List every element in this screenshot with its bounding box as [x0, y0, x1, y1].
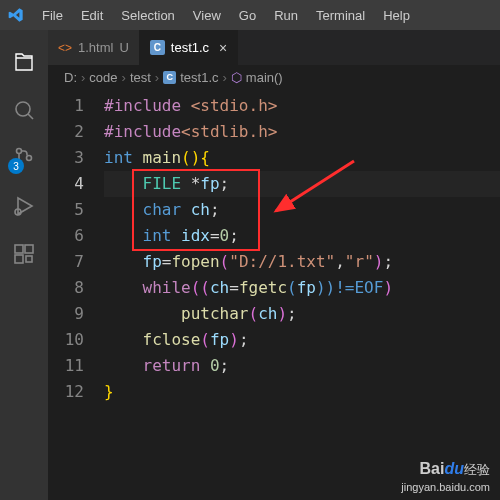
tab-label: test1.c — [171, 40, 209, 55]
svg-rect-5 — [15, 245, 23, 253]
code-editor[interactable]: 1 2 3 4 5 6 7 8 9 10 11 12 #include <std… — [48, 89, 500, 500]
activity-bar: 3 — [0, 30, 48, 500]
chevron-right-icon: › — [223, 70, 227, 85]
chevron-right-icon: › — [155, 70, 159, 85]
line-number: 5 — [48, 197, 84, 223]
menu-edit[interactable]: Edit — [73, 4, 111, 27]
html-file-icon: <> — [58, 41, 72, 55]
search-icon[interactable] — [0, 86, 48, 134]
code-line: #include<stdlib.h> — [104, 119, 500, 145]
c-file-icon: C — [150, 40, 165, 55]
tab-bar: <> 1.html U C test1.c × — [48, 30, 500, 65]
code-line: char ch; — [104, 197, 500, 223]
source-control-icon[interactable]: 3 — [0, 134, 48, 182]
chevron-right-icon: › — [122, 70, 126, 85]
bc-drive: D: — [64, 70, 77, 85]
cube-icon: ⬡ — [231, 70, 242, 85]
svg-rect-7 — [15, 255, 23, 263]
svg-rect-6 — [25, 245, 33, 253]
code-line: int main(){ — [104, 145, 500, 171]
tab-label: 1.html — [78, 40, 113, 55]
line-gutter: 1 2 3 4 5 6 7 8 9 10 11 12 — [48, 93, 104, 500]
workspace: 3 <> 1.html U C test1.c × D: › code › — [0, 30, 500, 500]
code-line: return 0; — [104, 353, 500, 379]
run-debug-icon[interactable] — [0, 182, 48, 230]
bc-symbol: main() — [246, 70, 283, 85]
titlebar: File Edit Selection View Go Run Terminal… — [0, 0, 500, 30]
svg-point-1 — [17, 149, 22, 154]
code-line: int idx=0; — [104, 223, 500, 249]
line-number: 2 — [48, 119, 84, 145]
menu-terminal[interactable]: Terminal — [308, 4, 373, 27]
c-file-icon: C — [163, 71, 176, 84]
line-number: 9 — [48, 301, 84, 327]
code-line: fp=fopen("D://1.txt","r"); — [104, 249, 500, 275]
menu-help[interactable]: Help — [375, 4, 418, 27]
breadcrumb[interactable]: D: › code › test › C test1.c › ⬡ main() — [48, 65, 500, 89]
menu-selection[interactable]: Selection — [113, 4, 182, 27]
scm-badge: 3 — [8, 158, 24, 174]
menu-run[interactable]: Run — [266, 4, 306, 27]
menu-file[interactable]: File — [34, 4, 71, 27]
chevron-right-icon: › — [81, 70, 85, 85]
code-line: #include <stdio.h> — [104, 93, 500, 119]
line-number: 12 — [48, 379, 84, 405]
code-line: putchar(ch); — [104, 301, 500, 327]
line-number: 11 — [48, 353, 84, 379]
explorer-icon[interactable] — [0, 38, 48, 86]
tab-test1-c[interactable]: C test1.c × — [140, 30, 238, 65]
tab-1-html[interactable]: <> 1.html U — [48, 30, 140, 65]
menu-view[interactable]: View — [185, 4, 229, 27]
line-number: 8 — [48, 275, 84, 301]
vscode-logo-icon — [8, 6, 26, 24]
svg-point-3 — [27, 156, 32, 161]
extensions-icon[interactable] — [0, 230, 48, 278]
code-line: while((ch=fgetc(fp))!=EOF) — [104, 275, 500, 301]
line-number: 4 — [48, 171, 84, 197]
line-number: 6 — [48, 223, 84, 249]
line-number: 10 — [48, 327, 84, 353]
svg-rect-8 — [26, 256, 32, 262]
code-content[interactable]: #include <stdio.h> #include<stdlib.h> in… — [104, 93, 500, 500]
bc-file: test1.c — [180, 70, 218, 85]
tab-modified-indicator: U — [119, 40, 128, 55]
menu-bar: File Edit Selection View Go Run Terminal… — [34, 4, 418, 27]
bc-folder: test — [130, 70, 151, 85]
line-number: 3 — [48, 145, 84, 171]
line-number: 7 — [48, 249, 84, 275]
code-line: FILE *fp; — [104, 171, 500, 197]
svg-point-0 — [16, 102, 30, 116]
code-line: } — [104, 379, 500, 405]
close-icon[interactable]: × — [219, 40, 227, 56]
editor-area: <> 1.html U C test1.c × D: › code › test… — [48, 30, 500, 500]
watermark: Baidu经验 jingyan.baidu.com — [401, 459, 490, 494]
menu-go[interactable]: Go — [231, 4, 264, 27]
code-line: fclose(fp); — [104, 327, 500, 353]
bc-folder: code — [89, 70, 117, 85]
line-number: 1 — [48, 93, 84, 119]
